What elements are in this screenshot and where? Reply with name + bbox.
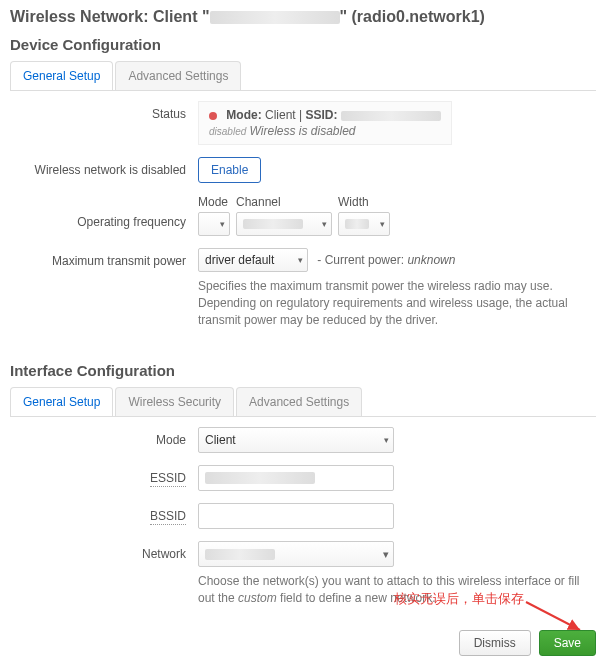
chevron-down-icon: ▾ [384,435,389,445]
tab-device-advanced[interactable]: Advanced Settings [115,61,241,90]
tx-power-help: Specifies the maximum transmit power the… [198,278,588,328]
bssid-input[interactable] [198,503,394,529]
iface-essid-label: ESSID [150,471,186,487]
status-label: Status [10,101,198,121]
essid-input[interactable] [198,465,394,491]
dismiss-button[interactable]: Dismiss [459,630,531,656]
tx-power-label: Maximum transmit power [10,248,198,268]
tx-power-select[interactable]: driver default ▾ [198,248,308,272]
tx-power-current: - Current power: unknown [317,253,455,267]
freq-mode-label: Mode [198,195,230,209]
interface-config-heading: Interface Configuration [10,362,596,379]
chevron-down-icon: ▾ [322,219,327,229]
annotation-text: 核实无误后，单击保存 [394,590,524,608]
iface-bssid-row: BSSID [10,503,596,529]
tab-iface-general[interactable]: General Setup [10,387,113,417]
redacted-ssid [341,111,441,121]
chevron-down-icon: ▾ [220,219,225,229]
iface-essid-row: ESSID [10,465,596,491]
svg-line-0 [526,602,580,630]
tab-iface-security[interactable]: Wireless Security [115,387,234,416]
iface-mode-row: Mode Client ▾ [10,427,596,453]
iface-network-label: Network [10,541,198,561]
iface-bssid-label: BSSID [150,509,186,525]
device-config-heading: Device Configuration [10,36,596,53]
chevron-down-icon: ▾ [380,219,385,229]
status-row: Status Mode: Client | SSID: disabled Wir… [10,101,596,145]
freq-width-select[interactable]: ▾ [338,212,390,236]
status-box: Mode: Client | SSID: disabled Wireless i… [198,101,452,145]
freq-channel-label: Channel [236,195,332,209]
save-button[interactable]: Save [539,630,596,656]
operating-frequency-label: Operating frequency [10,195,198,229]
page-title: Wireless Network: Client "" (radio0.netw… [10,8,596,26]
freq-mode-select[interactable]: ▾ [198,212,230,236]
signal-disabled-icon [209,112,217,120]
device-tabs: General Setup Advanced Settings [10,61,596,91]
chevron-down-icon: ▾ [298,255,303,265]
tab-device-general[interactable]: General Setup [10,61,113,91]
wireless-disabled-label: Wireless network is disabled [10,157,198,177]
enable-button[interactable]: Enable [198,157,261,183]
operating-frequency-row: Operating frequency Mode ▾ Channel ▾ Wid… [10,195,596,236]
freq-channel-select[interactable]: ▾ [236,212,332,236]
caret-icon: ▾ [383,548,389,561]
wireless-disabled-row: Wireless network is disabled Enable [10,157,596,183]
tab-iface-advanced[interactable]: Advanced Settings [236,387,362,416]
iface-mode-select[interactable]: Client ▾ [198,427,394,453]
iface-mode-label: Mode [10,427,198,447]
footer-buttons: Dismiss Save [459,630,596,656]
redacted-client-name [210,11,340,24]
freq-width-label: Width [338,195,390,209]
tx-power-row: Maximum transmit power driver default ▾ … [10,248,596,328]
interface-tabs: General Setup Wireless Security Advanced… [10,387,596,417]
network-select[interactable]: ▾ [198,541,394,567]
